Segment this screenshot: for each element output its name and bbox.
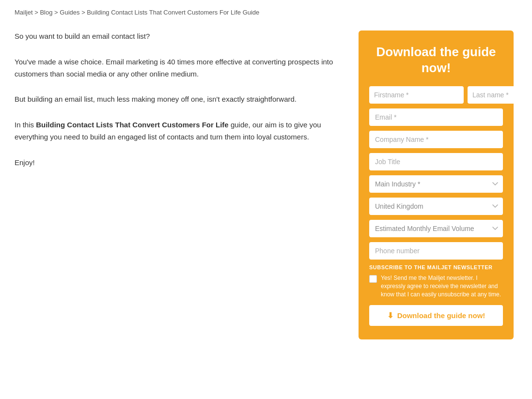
company-group	[369, 131, 503, 148]
newsletter-section: SUBSCRIBE TO THE MAILJET NEWSLETTER Yes!…	[369, 264, 503, 298]
company-input[interactable]	[369, 131, 503, 148]
paragraph3-bold: Building Contact Lists That Convert Cust…	[36, 121, 229, 129]
form-heading: Download the guide now!	[369, 44, 503, 76]
jobtitle-input[interactable]	[369, 153, 503, 170]
download-button-label: Download the guide now!	[397, 311, 485, 320]
download-form: Download the guide now! Main Industry * …	[359, 31, 514, 339]
article-paragraph1: You've made a wise choice. Email marketi…	[15, 56, 334, 80]
industry-group: Main Industry * Technology Finance Healt…	[369, 175, 503, 193]
volume-group: Estimated Monthly Email Volume < 10,000 …	[369, 220, 503, 237]
breadcrumb-mailjet[interactable]: Mailjet	[15, 9, 33, 16]
breadcrumb-guides[interactable]: Guides	[60, 9, 79, 16]
firstname-input[interactable]	[369, 86, 464, 104]
breadcrumb-blog[interactable]: Blog	[40, 9, 52, 16]
article-headline: So you want to build an email contact li…	[15, 31, 334, 43]
phone-group	[369, 242, 503, 260]
article-paragraph3: In this Building Contact Lists That Conv…	[15, 119, 334, 143]
phone-input[interactable]	[369, 242, 503, 260]
breadcrumb-current: Building Contact Lists That Convert Cust…	[87, 9, 259, 16]
article-paragraph2: But building an email list, much less ma…	[15, 93, 334, 106]
download-icon: ⬇	[387, 311, 393, 320]
article-paragraph4: Enjoy!	[15, 157, 334, 169]
email-group	[369, 108, 503, 126]
volume-select[interactable]: Estimated Monthly Email Volume < 10,000 …	[369, 220, 503, 237]
lastname-input[interactable]	[468, 86, 532, 104]
paragraph3-prefix: In this	[15, 121, 36, 129]
jobtitle-group	[369, 153, 503, 170]
newsletter-label: SUBSCRIBE TO THE MAILJET NEWSLETTER	[369, 264, 503, 270]
newsletter-checkbox[interactable]	[369, 275, 377, 283]
breadcrumb: Mailjet > Blog > Guides > Building Conta…	[0, 0, 532, 21]
newsletter-text: Yes! Send me the Mailjet newsletter. I e…	[381, 274, 503, 298]
name-row	[369, 86, 503, 104]
newsletter-checkbox-row: Yes! Send me the Mailjet newsletter. I e…	[369, 274, 503, 298]
article-section: So you want to build an email contact li…	[15, 31, 344, 182]
industry-select[interactable]: Main Industry * Technology Finance Healt…	[369, 175, 503, 193]
email-input[interactable]	[369, 108, 503, 126]
country-select[interactable]: United Kingdom United States France Germ…	[369, 198, 503, 215]
download-button[interactable]: ⬇ Download the guide now!	[369, 305, 503, 326]
country-group: United Kingdom United States France Germ…	[369, 198, 503, 215]
